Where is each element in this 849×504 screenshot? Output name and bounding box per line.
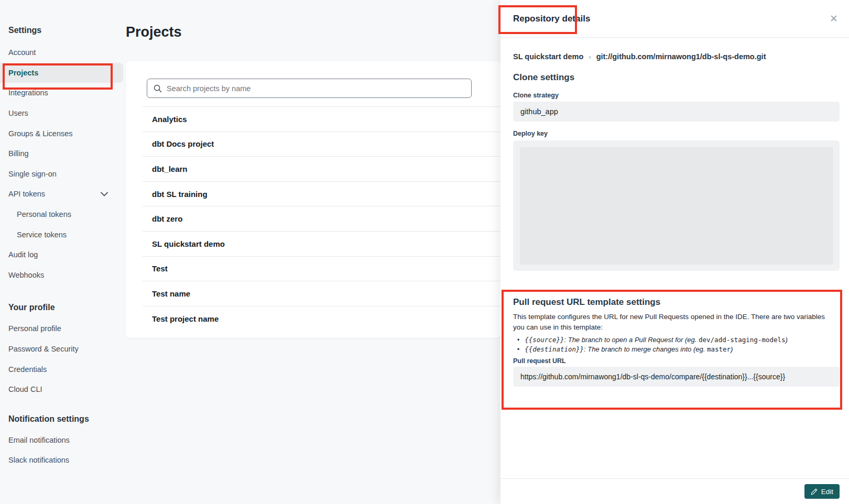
breadcrumb-project[interactable]: SL quickstart demo — [513, 52, 583, 61]
page-title: Projects — [126, 24, 182, 40]
sidebar-item-email-notifications[interactable]: Email notifications — [0, 430, 126, 451]
sidebar-item-label: Credentials — [8, 365, 47, 374]
pr-bullet-text: : The branch to merge changes into (eg. — [584, 345, 707, 353]
projects-card: Analytics dbt Docs project dbt_learn dbt… — [126, 61, 500, 338]
sidebar-item-label: Groups & Licenses — [8, 129, 73, 138]
project-name: Analytics — [152, 115, 187, 124]
sidebar-item-label: Cloud CLI — [8, 385, 42, 393]
sidebar-item-cloud-cli[interactable]: Cloud CLI — [0, 379, 126, 400]
sidebar-item-label: Billing — [8, 149, 29, 158]
project-name: dbt Docs project — [152, 139, 214, 148]
project-row[interactable]: Test — [143, 256, 500, 281]
sidebar-item-label: Account — [8, 48, 36, 57]
sidebar-heading-notification-settings: Notification settings — [8, 414, 126, 424]
sidebar-item-personal-profile[interactable]: Personal profile — [0, 319, 126, 339]
repository-details-drawer: Repository details ✕ SL quickstart demo … — [500, 0, 849, 504]
sidebar-item-credentials[interactable]: Credentials — [0, 359, 126, 379]
sidebar-item-billing[interactable]: Billing — [0, 144, 126, 164]
breadcrumb: SL quickstart demo › git://github.com/mi… — [513, 52, 766, 61]
sidebar-item-service-tokens[interactable]: Service tokens — [0, 224, 126, 245]
project-name: Test name — [152, 289, 190, 298]
deploy-key-box — [513, 140, 840, 271]
sidebar-item-webhooks[interactable]: Webhooks — [0, 265, 126, 286]
project-row[interactable]: SL quickstart demo — [143, 231, 500, 256]
clone-strategy-label: Clone strategy — [513, 92, 559, 99]
sidebar-item-label: Audit log — [8, 250, 38, 259]
pull-request-url-value: https://github.com/mirnawong1/db-sl-qs-d… — [513, 367, 840, 387]
breadcrumb-separator-icon: › — [589, 53, 591, 61]
project-row[interactable]: dbt Docs project — [143, 132, 500, 157]
pr-template-description: This template configures the URL for new… — [513, 312, 828, 332]
sidebar-item-label: Password & Security — [8, 345, 79, 353]
sidebar-item-single-sign-on[interactable]: Single sign-on — [0, 164, 126, 184]
sidebar-item-account[interactable]: Account — [0, 42, 126, 63]
settings-sidebar: Settings Account Projects Integrations U… — [0, 26, 126, 470]
sidebar-item-groups-licenses[interactable]: Groups & Licenses — [0, 123, 126, 144]
project-name: dbt_learn — [152, 165, 188, 173]
pr-template-bullets: {{source}}: The branch to open a Pull Re… — [517, 335, 788, 354]
sidebar-item-label: Projects — [8, 69, 38, 77]
deploy-key-label: Deploy key — [513, 130, 548, 137]
search-input[interactable] — [167, 84, 465, 93]
sidebar-item-personal-tokens[interactable]: Personal tokens — [0, 204, 126, 225]
sidebar-item-label: Personal profile — [8, 324, 61, 333]
sidebar-item-label: Integrations — [8, 89, 48, 97]
sidebar-item-label: Personal tokens — [17, 210, 71, 218]
project-name: SL quickstart demo — [152, 239, 225, 248]
chevron-down-icon — [101, 192, 108, 196]
sidebar-item-integrations[interactable]: Integrations — [0, 83, 126, 103]
project-name: Test — [152, 264, 168, 273]
pr-example-branch: dev/add-staging-models — [699, 336, 786, 344]
pr-template-heading: Pull request URL template settings — [513, 297, 660, 308]
project-row[interactable]: dbt_learn — [143, 156, 500, 181]
pr-variable-destination: {{destination}} — [525, 345, 584, 353]
pr-bullet-text: : The branch to open a Pull Request for … — [564, 336, 699, 344]
project-row[interactable]: Test project name — [143, 306, 500, 331]
close-icon[interactable]: ✕ — [826, 10, 842, 26]
search-icon — [154, 84, 162, 93]
deploy-key-redacted-value — [520, 147, 833, 265]
project-list: Analytics dbt Docs project dbt_learn dbt… — [126, 106, 500, 331]
pr-example-branch: master — [707, 345, 731, 353]
project-row[interactable]: dbt zero — [143, 206, 500, 231]
sidebar-item-projects[interactable]: Projects — [0, 63, 123, 83]
sidebar-item-label: Email notifications — [8, 436, 70, 444]
project-name: dbt zero — [152, 214, 182, 223]
drawer-body: SL quickstart demo › git://github.com/mi… — [500, 38, 849, 478]
pull-request-url-label: Pull request URL — [513, 357, 566, 365]
pr-bullet-destination: {{destination}}: The branch to merge cha… — [517, 345, 788, 354]
project-row[interactable]: Analytics — [143, 106, 500, 132]
sidebar-heading-settings: Settings — [8, 26, 126, 35]
clone-strategy-value: github_app — [513, 102, 840, 122]
edit-button-label: Edit — [821, 488, 833, 496]
sidebar-item-label: Users — [8, 109, 28, 117]
project-row[interactable]: Test name — [143, 281, 500, 306]
sidebar-item-label: Webhooks — [8, 271, 44, 279]
sidebar-item-users[interactable]: Users — [0, 103, 126, 124]
breadcrumb-repository-url: git://github.com/mirnawong1/db-sl-qs-dem… — [596, 52, 766, 61]
pr-bullet-source: {{source}}: The branch to open a Pull Re… — [517, 335, 788, 345]
edit-button[interactable]: Edit — [804, 484, 840, 499]
pr-bullet-suffix: ) — [786, 336, 788, 344]
project-row[interactable]: dbt SL training — [143, 181, 500, 206]
sidebar-item-label: Slack notifications — [8, 456, 69, 464]
sidebar-heading-your-profile: Your profile — [8, 303, 126, 312]
pr-bullet-suffix: ) — [731, 345, 733, 353]
sidebar-item-label: Service tokens — [17, 231, 67, 239]
sidebar-item-label: Single sign-on — [8, 170, 57, 178]
pencil-icon — [811, 488, 818, 495]
app-root: { "colors": { "page_bg": "#f7f8f9", "acc… — [0, 0, 849, 504]
project-name: Test project name — [152, 314, 219, 323]
drawer-header: Repository details ✕ — [500, 0, 849, 38]
drawer-title: Repository details — [513, 14, 590, 24]
project-search-box — [147, 79, 472, 98]
sidebar-item-slack-notifications[interactable]: Slack notifications — [0, 450, 126, 470]
sidebar-item-password-security[interactable]: Password & Security — [0, 339, 126, 359]
pr-variable-source: {{source}} — [525, 336, 564, 344]
clone-settings-heading: Clone settings — [513, 72, 574, 83]
project-name: dbt SL training — [152, 190, 208, 199]
sidebar-item-audit-log[interactable]: Audit log — [0, 245, 126, 265]
drawer-footer: Edit — [500, 478, 849, 504]
sidebar-item-label: API tokens — [8, 190, 45, 198]
sidebar-item-api-tokens[interactable]: API tokens — [0, 184, 126, 204]
